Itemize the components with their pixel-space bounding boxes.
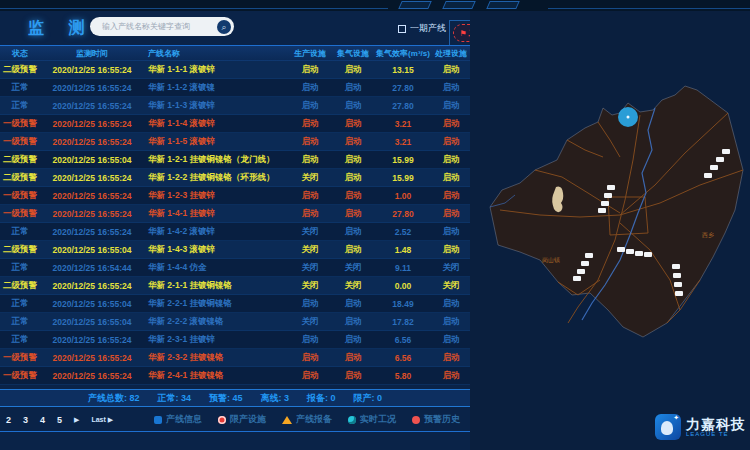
next-page-icon[interactable]: ▶	[74, 416, 79, 424]
table-row[interactable]: 一级预警2020/12/25 16:55:24华新 2-4-1 挂镀镍铬启动启动…	[0, 367, 470, 385]
column-header: 生产设施	[288, 48, 332, 59]
cell-status: 正常	[0, 100, 40, 112]
cell-name: 华新 2-4-1 挂镀镍铬	[144, 370, 288, 382]
district-map[interactable]: 西乡 岗山镇	[470, 45, 750, 405]
map-place-label: 岗山镇	[542, 257, 560, 264]
search-input[interactable]	[100, 21, 217, 32]
page-number[interactable]: 3	[23, 415, 28, 425]
table-header: 状态监测时间产线名称生产设施集气设施集气效率(m³/s)处理设施	[0, 45, 470, 61]
summary-item: 预警: 45	[209, 392, 243, 405]
cell-gas-facility: 关闭	[332, 262, 374, 274]
cell-status: 正常	[0, 82, 40, 94]
cell-treat-facility: 启动	[432, 226, 470, 238]
table-row[interactable]: 正常2020/12/25 16:54:44华新 1-4-4 仿金关闭关闭9.11…	[0, 259, 470, 277]
cell-status: 正常	[0, 334, 40, 346]
cell-name: 华新 1-4-2 滚镀锌	[144, 226, 288, 238]
page-number[interactable]: 5	[57, 415, 62, 425]
cell-treat-facility: 启动	[432, 370, 470, 382]
table-row[interactable]: 正常2020/12/25 16:55:24华新 2-3-1 挂镀锌启动启动6.5…	[0, 331, 470, 349]
summary-item: 产线总数: 82	[88, 392, 140, 405]
summary-item: 离线: 3	[261, 392, 290, 405]
table-row[interactable]: 正常2020/12/25 16:55:24华新 1-1-2 滚镀镍启动启动27.…	[0, 79, 470, 97]
cell-name: 华新 1-1-2 滚镀镍	[144, 82, 288, 94]
cell-time: 2020/12/25 16:55:04	[40, 155, 144, 165]
cell-time: 2020/12/25 16:55:24	[40, 173, 144, 183]
table-row[interactable]: 一级预警2020/12/25 16:55:24华新 1-1-5 滚镀锌启动启动3…	[0, 133, 470, 151]
cell-treat-facility: 启动	[432, 208, 470, 220]
info-button[interactable]: 产线信息	[154, 413, 202, 426]
cell-gas-facility: 启动	[332, 82, 374, 94]
cell-prod-facility: 启动	[288, 136, 332, 148]
pagination: 2345▶Last ▶	[0, 415, 113, 425]
cell-treat-facility: 启动	[432, 100, 470, 112]
cell-name: 华新 1-1-4 滚镀锌	[144, 118, 288, 130]
table-row[interactable]: 二级预警2020/12/25 16:55:04华新 1-4-3 滚镀锌关闭启动1…	[0, 241, 470, 259]
cell-prod-facility: 关闭	[288, 280, 332, 292]
cell-prod-facility: 关闭	[288, 316, 332, 328]
table-row[interactable]: 二级预警2020/12/25 16:55:04华新 1-2-1 挂镀铜镍铬（龙门…	[0, 151, 470, 169]
restrict-button[interactable]: 限产设施	[218, 413, 266, 426]
cell-prod-facility: 启动	[288, 370, 332, 382]
cell-time: 2020/12/25 16:55:24	[40, 191, 144, 201]
phase1-checkbox[interactable]: 一期产线	[398, 22, 446, 35]
cell-status: 二级预警	[0, 64, 40, 76]
last-page-button[interactable]: Last ▶	[91, 416, 113, 424]
realtime-button[interactable]: 实时工况	[348, 413, 396, 426]
table-row[interactable]: 一级预警2020/12/25 16:55:24华新 1-1-4 滚镀锌启动启动3…	[0, 115, 470, 133]
history-icon	[412, 416, 420, 424]
cell-gas-efficiency: 15.99	[374, 155, 432, 165]
cell-treat-facility: 启动	[432, 190, 470, 202]
cell-gas-efficiency: 27.80	[374, 209, 432, 219]
cell-time: 2020/12/25 16:55:24	[40, 281, 144, 291]
history-button[interactable]: 预警历史	[412, 413, 460, 426]
cell-gas-facility: 启动	[332, 334, 374, 346]
toolbar-button-label: 实时工况	[360, 413, 396, 426]
toolbar-button-label: 产线报备	[296, 413, 332, 426]
top-strip	[0, 0, 750, 11]
cell-status: 一级预警	[0, 190, 40, 202]
page-number[interactable]: 2	[6, 415, 11, 425]
cell-time: 2020/12/25 16:55:04	[40, 299, 144, 309]
table-row[interactable]: 二级预警2020/12/25 16:55:24华新 1-2-2 挂镀铜镍铬（环形…	[0, 169, 470, 187]
table-row[interactable]: 二级预警2020/12/25 16:55:24华新 1-1-1 滚镀锌启动启动1…	[0, 61, 470, 79]
search-icon[interactable]: ⌕	[217, 20, 231, 34]
cell-prod-facility: 关闭	[288, 226, 332, 238]
cell-prod-facility: 启动	[288, 298, 332, 310]
cell-prod-facility: 启动	[288, 82, 332, 94]
table-row[interactable]: 一级预警2020/12/25 16:55:24华新 1-4-1 挂镀锌启动启动2…	[0, 205, 470, 223]
report-button[interactable]: 产线报备	[282, 413, 332, 426]
toolbar-button-label: 产线信息	[166, 413, 202, 426]
column-header: 监测时间	[40, 48, 144, 59]
cell-prod-facility: 关闭	[288, 244, 332, 256]
checkbox-icon[interactable]	[398, 25, 406, 33]
table-row[interactable]: 一级预警2020/12/25 16:55:24华新 2-3-2 挂镀镍铬启动启动…	[0, 349, 470, 367]
cell-prod-facility: 启动	[288, 64, 332, 76]
cell-gas-efficiency: 9.11	[374, 263, 432, 273]
cell-name: 华新 2-1-1 挂镀铜镍铬	[144, 280, 288, 292]
deco-tab	[486, 1, 520, 9]
table-row[interactable]: 正常2020/12/25 16:55:24华新 1-4-2 滚镀锌关闭启动2.5…	[0, 223, 470, 241]
restrict-icon	[218, 416, 226, 424]
column-header: 集气效率(m³/s)	[374, 48, 432, 59]
cell-status: 一级预警	[0, 136, 40, 148]
table-row[interactable]: 正常2020/12/25 16:55:04华新 2-2-2 滚镀镍铬关闭启动17…	[0, 313, 470, 331]
cell-gas-facility: 启动	[332, 352, 374, 364]
cell-treat-facility: 启动	[432, 298, 470, 310]
top-line-left	[0, 8, 388, 9]
cell-time: 2020/12/25 16:55:24	[40, 335, 144, 345]
cell-gas-efficiency: 15.99	[374, 173, 432, 183]
cell-prod-facility: 启动	[288, 118, 332, 130]
table-row[interactable]: 二级预警2020/12/25 16:55:24华新 2-1-1 挂镀铜镍铬关闭关…	[0, 277, 470, 295]
table-row[interactable]: 正常2020/12/25 16:55:24华新 1-1-3 滚镀锌启动启动27.…	[0, 97, 470, 115]
table-row[interactable]: 一级预警2020/12/25 16:55:24华新 1-2-3 挂镀锌启动启动1…	[0, 187, 470, 205]
page-number[interactable]: 4	[40, 415, 45, 425]
cell-name: 华新 1-4-3 滚镀锌	[144, 244, 288, 256]
cell-gas-efficiency: 2.52	[374, 227, 432, 237]
cell-gas-efficiency: 27.80	[374, 83, 432, 93]
table-row[interactable]: 正常2020/12/25 16:55:04华新 2-2-1 挂镀铜镍铬启动启动1…	[0, 295, 470, 313]
cell-gas-facility: 启动	[332, 100, 374, 112]
cell-status: 一级预警	[0, 370, 40, 382]
search-box[interactable]: ⌕	[90, 17, 234, 36]
cell-time: 2020/12/25 16:55:04	[40, 317, 144, 327]
cell-time: 2020/12/25 16:55:04	[40, 245, 144, 255]
